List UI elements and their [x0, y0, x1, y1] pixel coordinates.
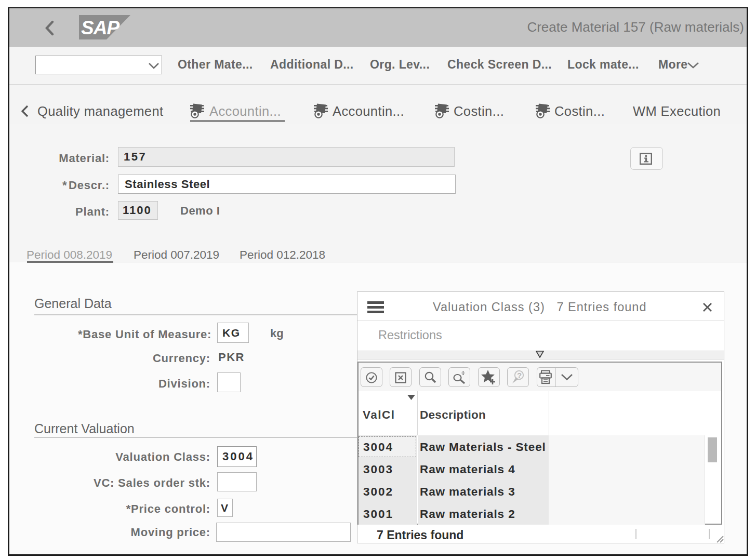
svg-text:SAP: SAP	[81, 17, 120, 38]
svg-text:?: ?	[517, 371, 522, 380]
